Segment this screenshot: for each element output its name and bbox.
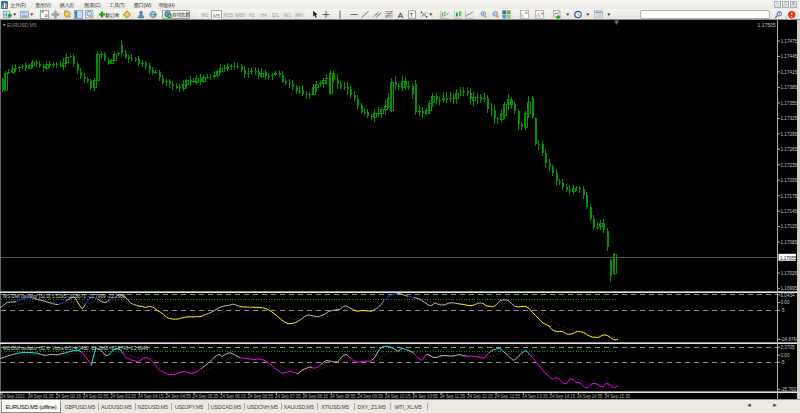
svg-text:1.17445: 1.17445 bbox=[781, 54, 798, 59]
svg-text:-25.7001: -25.7001 bbox=[781, 387, 800, 392]
svg-text:-5: -5 bbox=[781, 308, 786, 313]
svg-text:1.17085: 1.17085 bbox=[781, 240, 798, 245]
svg-text:-24.8764: -24.8764 bbox=[781, 337, 800, 342]
svg-text:1.17265: 1.17265 bbox=[781, 147, 798, 152]
svg-text:1.17205: 1.17205 bbox=[781, 178, 798, 183]
svg-text:1.17505: 1.17505 bbox=[758, 22, 776, 28]
svg-text:0.00: 0.00 bbox=[781, 353, 790, 358]
svg-text:1.17325: 1.17325 bbox=[781, 116, 798, 121]
svg-text:1.17175: 1.17175 bbox=[781, 194, 798, 199]
svg-text:1.17295: 1.17295 bbox=[781, 132, 798, 137]
svg-text:EURUSD,M5: EURUSD,M5 bbox=[7, 22, 37, 28]
svg-text:MS DMI osillator [32,0] 5.5295: MS DMI osillator [32,0] 5.5295 -20.8671 … bbox=[3, 294, 126, 299]
svg-text:1.16995: 1.16995 bbox=[781, 286, 798, 291]
svg-text:1.17235: 1.17235 bbox=[781, 163, 798, 168]
svg-text:1.17355: 1.17355 bbox=[781, 101, 798, 106]
svg-text:-5: -5 bbox=[781, 360, 786, 365]
svg-text:2.3705: 2.3705 bbox=[781, 345, 795, 350]
svg-text:A: A bbox=[397, 11, 403, 20]
svg-text:1.17055: 1.17055 bbox=[780, 256, 797, 261]
svg-text:1.17025: 1.17025 bbox=[781, 271, 798, 276]
svg-text:T: T bbox=[409, 12, 413, 18]
svg-text:1.17415: 1.17415 bbox=[781, 70, 798, 75]
svg-text:1.17115: 1.17115 bbox=[781, 224, 798, 229]
svg-text:MB DMI osillator (32,6: Vidya: MB DMI osillator (32,6: Vidya 0.5) 4.043… bbox=[3, 346, 148, 351]
svg-text:0.00: 0.00 bbox=[781, 300, 790, 305]
svg-text:1.17475: 1.17475 bbox=[781, 39, 798, 44]
svg-text:1.17385: 1.17385 bbox=[781, 85, 798, 90]
svg-text:1.17145: 1.17145 bbox=[781, 209, 798, 214]
svg-text:6.0434: 6.0434 bbox=[781, 293, 795, 298]
